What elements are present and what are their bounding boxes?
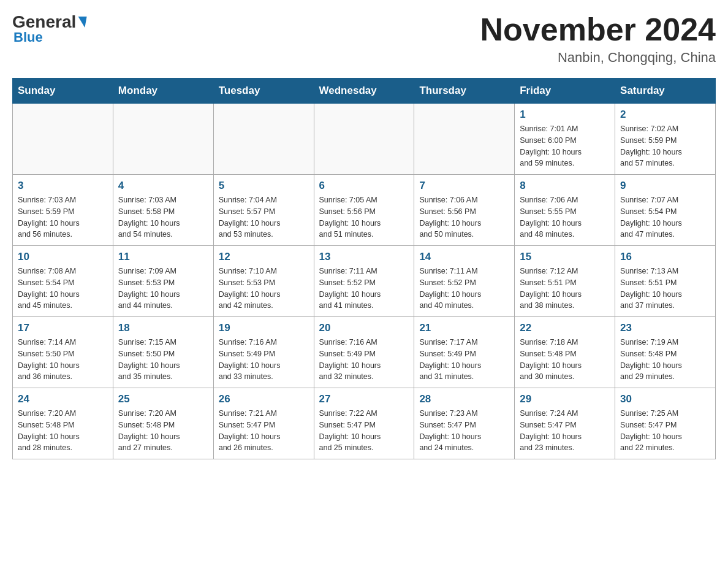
day-number: 2 (620, 109, 710, 121)
logo: General Blue (12, 12, 86, 45)
weekday-header-saturday: Saturday (615, 79, 716, 104)
calendar-cell (113, 104, 213, 175)
calendar-cell: 25Sunrise: 7:20 AM Sunset: 5:48 PM Dayli… (113, 388, 213, 459)
day-info: Sunrise: 7:12 AM Sunset: 5:51 PM Dayligh… (520, 266, 610, 312)
day-number: 6 (319, 180, 409, 192)
day-number: 1 (520, 109, 610, 121)
day-info: Sunrise: 7:11 AM Sunset: 5:52 PM Dayligh… (419, 266, 509, 312)
weekday-header-thursday: Thursday (414, 79, 515, 104)
week-row-5: 24Sunrise: 7:20 AM Sunset: 5:48 PM Dayli… (13, 388, 716, 459)
logo-blue-text: Blue (13, 29, 43, 45)
day-number: 22 (520, 322, 610, 334)
calendar-cell (213, 104, 314, 175)
calendar-cell: 12Sunrise: 7:10 AM Sunset: 5:53 PM Dayli… (213, 246, 314, 317)
calendar-cell (13, 104, 113, 175)
day-info: Sunrise: 7:19 AM Sunset: 5:48 PM Dayligh… (620, 337, 710, 383)
calendar-cell: 18Sunrise: 7:15 AM Sunset: 5:50 PM Dayli… (113, 317, 213, 388)
calendar-cell: 1Sunrise: 7:01 AM Sunset: 6:00 PM Daylig… (515, 104, 615, 175)
day-info: Sunrise: 7:03 AM Sunset: 5:59 PM Dayligh… (18, 194, 108, 240)
day-info: Sunrise: 7:24 AM Sunset: 5:47 PM Dayligh… (520, 408, 610, 454)
day-info: Sunrise: 7:06 AM Sunset: 5:56 PM Dayligh… (419, 194, 509, 240)
day-number: 11 (118, 251, 208, 263)
weekday-header-friday: Friday (515, 79, 615, 104)
day-number: 18 (118, 322, 208, 334)
weekday-header-tuesday: Tuesday (213, 79, 314, 104)
weekday-header-wednesday: Wednesday (314, 79, 414, 104)
day-number: 12 (219, 251, 309, 263)
calendar-cell: 26Sunrise: 7:21 AM Sunset: 5:47 PM Dayli… (213, 388, 314, 459)
calendar-cell: 27Sunrise: 7:22 AM Sunset: 5:47 PM Dayli… (314, 388, 414, 459)
calendar-cell: 19Sunrise: 7:16 AM Sunset: 5:49 PM Dayli… (213, 317, 314, 388)
day-number: 24 (18, 393, 108, 405)
day-info: Sunrise: 7:11 AM Sunset: 5:52 PM Dayligh… (319, 266, 409, 312)
day-number: 3 (18, 180, 108, 192)
title-block: November 2024 Nanbin, Chongqing, China (480, 12, 716, 66)
day-number: 4 (118, 180, 208, 192)
day-info: Sunrise: 7:01 AM Sunset: 6:00 PM Dayligh… (520, 123, 610, 169)
calendar-cell: 21Sunrise: 7:17 AM Sunset: 5:49 PM Dayli… (414, 317, 515, 388)
week-row-3: 10Sunrise: 7:08 AM Sunset: 5:54 PM Dayli… (13, 246, 716, 317)
calendar-cell: 28Sunrise: 7:23 AM Sunset: 5:47 PM Dayli… (414, 388, 515, 459)
calendar-cell: 13Sunrise: 7:11 AM Sunset: 5:52 PM Dayli… (314, 246, 414, 317)
day-number: 20 (319, 322, 409, 334)
location-subtitle: Nanbin, Chongqing, China (480, 50, 716, 66)
day-info: Sunrise: 7:09 AM Sunset: 5:53 PM Dayligh… (118, 266, 208, 312)
calendar-cell: 4Sunrise: 7:03 AM Sunset: 5:58 PM Daylig… (113, 175, 213, 246)
day-number: 16 (620, 251, 710, 263)
day-info: Sunrise: 7:21 AM Sunset: 5:47 PM Dayligh… (219, 408, 309, 454)
day-number: 10 (18, 251, 108, 263)
calendar-cell (314, 104, 414, 175)
day-number: 28 (419, 393, 509, 405)
calendar-cell: 9Sunrise: 7:07 AM Sunset: 5:54 PM Daylig… (615, 175, 716, 246)
page-header: General Blue November 2024 Nanbin, Chong… (12, 12, 716, 66)
calendar-cell (414, 104, 515, 175)
day-info: Sunrise: 7:23 AM Sunset: 5:47 PM Dayligh… (419, 408, 509, 454)
week-row-4: 17Sunrise: 7:14 AM Sunset: 5:50 PM Dayli… (13, 317, 716, 388)
day-info: Sunrise: 7:14 AM Sunset: 5:50 PM Dayligh… (18, 337, 108, 383)
day-info: Sunrise: 7:07 AM Sunset: 5:54 PM Dayligh… (620, 194, 710, 240)
weekday-header-sunday: Sunday (13, 79, 113, 104)
month-title: November 2024 (480, 12, 716, 47)
day-number: 13 (319, 251, 409, 263)
day-number: 8 (520, 180, 610, 192)
day-number: 9 (620, 180, 710, 192)
calendar-cell: 14Sunrise: 7:11 AM Sunset: 5:52 PM Dayli… (414, 246, 515, 317)
week-row-2: 3Sunrise: 7:03 AM Sunset: 5:59 PM Daylig… (13, 175, 716, 246)
day-info: Sunrise: 7:20 AM Sunset: 5:48 PM Dayligh… (118, 408, 208, 454)
day-info: Sunrise: 7:17 AM Sunset: 5:49 PM Dayligh… (419, 337, 509, 383)
logo-arrow-icon (77, 17, 87, 28)
day-info: Sunrise: 7:02 AM Sunset: 5:59 PM Dayligh… (620, 123, 710, 169)
day-number: 19 (219, 322, 309, 334)
day-number: 7 (419, 180, 509, 192)
calendar-cell: 5Sunrise: 7:04 AM Sunset: 5:57 PM Daylig… (213, 175, 314, 246)
day-info: Sunrise: 7:03 AM Sunset: 5:58 PM Dayligh… (118, 194, 208, 240)
calendar-table: SundayMondayTuesdayWednesdayThursdayFrid… (12, 78, 716, 459)
day-info: Sunrise: 7:22 AM Sunset: 5:47 PM Dayligh… (319, 408, 409, 454)
day-info: Sunrise: 7:08 AM Sunset: 5:54 PM Dayligh… (18, 266, 108, 312)
day-number: 14 (419, 251, 509, 263)
day-info: Sunrise: 7:06 AM Sunset: 5:55 PM Dayligh… (520, 194, 610, 240)
calendar-cell: 2Sunrise: 7:02 AM Sunset: 5:59 PM Daylig… (615, 104, 716, 175)
calendar-cell: 7Sunrise: 7:06 AM Sunset: 5:56 PM Daylig… (414, 175, 515, 246)
weekday-header-row: SundayMondayTuesdayWednesdayThursdayFrid… (13, 79, 716, 104)
day-number: 25 (118, 393, 208, 405)
calendar-cell: 24Sunrise: 7:20 AM Sunset: 5:48 PM Dayli… (13, 388, 113, 459)
weekday-header-monday: Monday (113, 79, 213, 104)
calendar-cell: 29Sunrise: 7:24 AM Sunset: 5:47 PM Dayli… (515, 388, 615, 459)
day-info: Sunrise: 7:05 AM Sunset: 5:56 PM Dayligh… (319, 194, 409, 240)
day-info: Sunrise: 7:20 AM Sunset: 5:48 PM Dayligh… (18, 408, 108, 454)
day-info: Sunrise: 7:16 AM Sunset: 5:49 PM Dayligh… (219, 337, 309, 383)
day-number: 23 (620, 322, 710, 334)
calendar-cell: 30Sunrise: 7:25 AM Sunset: 5:47 PM Dayli… (615, 388, 716, 459)
calendar-cell: 20Sunrise: 7:16 AM Sunset: 5:49 PM Dayli… (314, 317, 414, 388)
calendar-cell: 11Sunrise: 7:09 AM Sunset: 5:53 PM Dayli… (113, 246, 213, 317)
day-info: Sunrise: 7:18 AM Sunset: 5:48 PM Dayligh… (520, 337, 610, 383)
day-number: 29 (520, 393, 610, 405)
day-number: 21 (419, 322, 509, 334)
day-number: 17 (18, 322, 108, 334)
week-row-1: 1Sunrise: 7:01 AM Sunset: 6:00 PM Daylig… (13, 104, 716, 175)
day-number: 30 (620, 393, 710, 405)
calendar-cell: 15Sunrise: 7:12 AM Sunset: 5:51 PM Dayli… (515, 246, 615, 317)
day-number: 15 (520, 251, 610, 263)
calendar-cell: 6Sunrise: 7:05 AM Sunset: 5:56 PM Daylig… (314, 175, 414, 246)
